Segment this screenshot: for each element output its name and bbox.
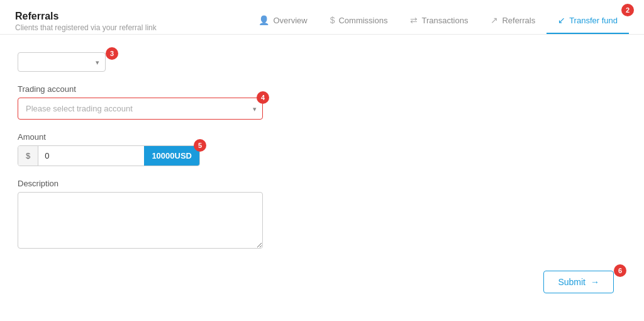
submit-area: Submit → 6	[528, 258, 629, 308]
overview-icon: 👤	[258, 15, 269, 25]
account-type-group: Real WebTrader Real WebTrader ▾ 3	[18, 52, 106, 72]
page-header: Referrals Clients that registered via yo…	[0, 0, 644, 35]
description-label: Description	[18, 179, 297, 188]
annotation-badge-2: 2	[621, 4, 634, 16]
amount-group: Amount $ 10000USD 5	[18, 132, 297, 166]
main-navigation: 👤 Overview $ Commissions ⇄ Transactions …	[247, 9, 629, 34]
tab-referrals[interactable]: ↗ Referrals	[479, 9, 547, 34]
trading-account-select[interactable]: Please select trading account	[18, 98, 263, 120]
header-title-area: Referrals Clients that registered via yo…	[15, 11, 157, 32]
tab-commissions-label: Commissions	[338, 16, 387, 25]
submit-arrow-icon: →	[591, 277, 599, 287]
transactions-icon: ⇄	[410, 15, 418, 25]
annotation-badge-5: 5	[194, 139, 206, 152]
trading-account-label: Trading account	[18, 84, 297, 94]
tab-referrals-label: Referrals	[502, 16, 535, 25]
amount-currency-prefix: $	[18, 146, 38, 166]
account-type-select[interactable]: Real WebTrader Real WebTrader	[18, 52, 106, 72]
trading-account-group: Trading account Please select trading ac…	[18, 84, 297, 120]
commissions-icon: $	[330, 15, 335, 25]
annotation-badge-3: 3	[106, 47, 118, 60]
description-group: Description	[18, 179, 297, 251]
tab-overview[interactable]: 👤 Overview	[247, 9, 318, 34]
amount-label: Amount	[18, 132, 297, 142]
annotation-badge-4: 4	[257, 91, 269, 104]
amount-input[interactable]	[38, 146, 144, 166]
annotation-badge-6: 6	[614, 264, 626, 277]
page-title: Referrals	[15, 11, 157, 22]
tab-transfer-fund-label: Transfer fund	[569, 16, 618, 25]
main-form-area: Real WebTrader Real WebTrader ▾ 3 Tradin…	[0, 35, 314, 281]
submit-label: Submit	[558, 277, 586, 287]
tab-transfer-fund[interactable]: ↙ Transfer fund 2	[547, 9, 629, 34]
amount-input-wrapper: $ 10000USD	[18, 145, 200, 166]
referrals-icon: ↗	[491, 15, 498, 25]
account-type-select-wrapper: Real WebTrader Real WebTrader ▾ 3	[18, 52, 106, 72]
tab-overview-label: Overview	[273, 16, 307, 25]
tab-transactions[interactable]: ⇄ Transactions	[399, 9, 479, 34]
submit-button[interactable]: Submit →	[543, 271, 614, 293]
tab-transactions-label: Transactions	[421, 16, 468, 25]
transfer-fund-icon: ↙	[558, 15, 565, 25]
amount-max-suffix: 10000USD	[144, 146, 199, 166]
tab-commissions[interactable]: $ Commissions	[319, 9, 399, 34]
description-textarea[interactable]	[18, 192, 263, 249]
page-subtitle: Clients that registered via your referra…	[15, 23, 157, 32]
